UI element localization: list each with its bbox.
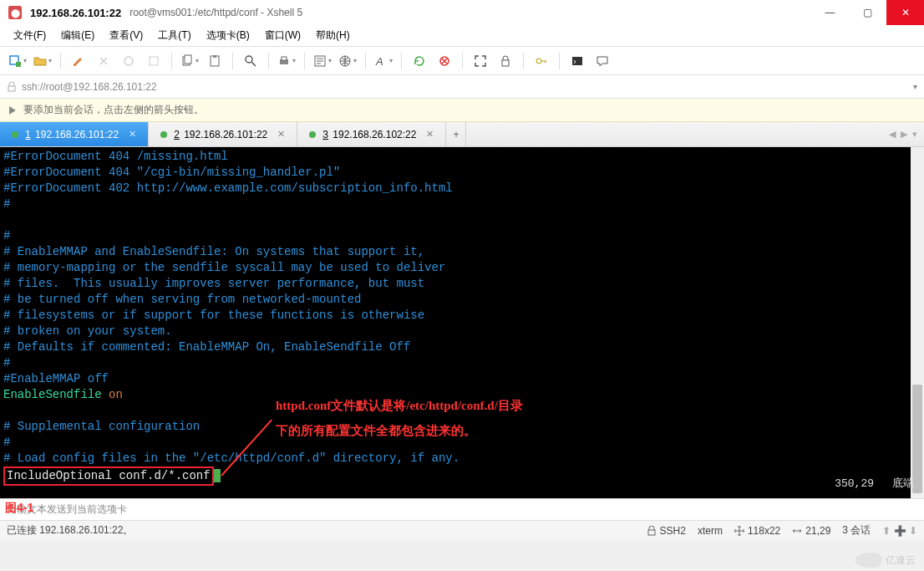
close-button[interactable]: ✕ bbox=[886, 0, 924, 25]
separator bbox=[60, 53, 61, 69]
scrollbar[interactable] bbox=[911, 147, 924, 498]
tab-number: 3 bbox=[322, 129, 328, 140]
tab-label: 192.168.26.102:22 bbox=[333, 129, 416, 140]
infobar: 要添加当前会话，点击左侧的箭头按钮。 bbox=[0, 99, 924, 122]
open-button[interactable] bbox=[32, 50, 53, 72]
tab-close-icon[interactable]: ✕ bbox=[129, 129, 136, 140]
menu-tools[interactable]: 工具(T) bbox=[155, 27, 194, 44]
tab-close-icon[interactable]: ✕ bbox=[426, 129, 434, 140]
edit-button[interactable] bbox=[68, 50, 89, 72]
svg-rect-10 bbox=[282, 57, 287, 60]
address-url[interactable]: ssh://root@192.168.26.101:22 bbox=[22, 81, 157, 93]
tab-2[interactable]: 2 192.168.26.101:22 ✕ bbox=[149, 122, 297, 146]
print-button[interactable] bbox=[276, 50, 297, 72]
status-size: 118x22 bbox=[734, 525, 780, 537]
separator bbox=[268, 53, 269, 69]
tab-label: 192.168.26.101:22 bbox=[35, 129, 119, 140]
svg-point-16 bbox=[536, 59, 541, 64]
separator bbox=[523, 53, 524, 69]
status-sessions: 3 会话 bbox=[842, 523, 871, 538]
svg-rect-17 bbox=[572, 57, 582, 65]
disconnect-button[interactable] bbox=[143, 50, 165, 72]
addressbar: ssh://root@192.168.26.101:22 ▾ bbox=[0, 75, 924, 99]
menu-edit[interactable]: 编辑(E) bbox=[58, 27, 98, 44]
menu-file[interactable]: 文件(F) bbox=[10, 27, 49, 44]
separator bbox=[304, 53, 305, 69]
font-button[interactable]: A bbox=[373, 50, 394, 72]
new-session-button[interactable] bbox=[7, 50, 28, 72]
svg-rect-3 bbox=[150, 57, 158, 65]
lock-icon bbox=[647, 526, 657, 536]
tab-close-icon[interactable]: ✕ bbox=[277, 129, 285, 140]
reconnect-button[interactable] bbox=[118, 50, 140, 72]
svg-point-8 bbox=[246, 56, 252, 63]
tab-nav: ◀ ▶ ▾ bbox=[882, 122, 924, 146]
compose-input[interactable]: 传输文本发送到当前选项卡 图4-1 bbox=[0, 498, 924, 520]
svg-point-2 bbox=[124, 57, 133, 65]
tab-3[interactable]: 3 192.168.26.102:22 ✕ bbox=[297, 122, 446, 146]
menu-tabs[interactable]: 选项卡(B) bbox=[203, 27, 253, 44]
status-connection: 已连接 192.168.26.101:22。 bbox=[7, 523, 133, 538]
find-button[interactable] bbox=[240, 50, 261, 72]
svg-rect-7 bbox=[213, 55, 216, 58]
tab-next-icon[interactable]: ▶ bbox=[901, 129, 907, 140]
separator bbox=[232, 53, 233, 69]
arrow-icon[interactable] bbox=[7, 105, 18, 116]
window-controls: — ▢ ✕ bbox=[811, 0, 924, 25]
statusbar: 已连接 192.168.26.101:22。 SSH2 xterm 118x22… bbox=[0, 520, 924, 540]
status-cursor: 21,29 bbox=[792, 525, 830, 537]
refresh-button[interactable] bbox=[409, 50, 430, 72]
keys-button[interactable] bbox=[531, 50, 552, 72]
svg-rect-5 bbox=[185, 55, 191, 64]
status-dot-icon bbox=[309, 131, 316, 138]
status-dot-icon bbox=[160, 131, 167, 138]
menubar: 文件(F) 编辑(E) 查看(V) 工具(T) 选项卡(B) 窗口(W) 帮助(… bbox=[0, 25, 924, 47]
svg-rect-15 bbox=[502, 60, 509, 66]
title-path: root@vms001:/etc/httpd/conf - Xshell 5 bbox=[129, 7, 302, 18]
tab-number: 2 bbox=[174, 129, 180, 140]
terminal-button[interactable] bbox=[566, 50, 588, 72]
lock-icon bbox=[7, 82, 17, 92]
paste-button[interactable] bbox=[204, 50, 226, 72]
menu-view[interactable]: 查看(V) bbox=[106, 27, 146, 44]
tab-label: 192.168.26.101:22 bbox=[184, 129, 267, 140]
toolbar: A bbox=[0, 47, 924, 75]
app-icon: ⬤ bbox=[8, 6, 22, 19]
cursor-pos-icon bbox=[792, 526, 802, 536]
separator bbox=[365, 53, 366, 69]
separator bbox=[559, 53, 560, 69]
tab-1[interactable]: 1 192.168.26.101:22 ✕ bbox=[0, 122, 149, 146]
terminal[interactable]: #ErrorDocument 404 /missing.html#ErrorDo… bbox=[0, 147, 924, 498]
separator bbox=[462, 53, 463, 69]
fullscreen-button[interactable] bbox=[470, 50, 491, 72]
copy-button[interactable] bbox=[179, 50, 201, 72]
svg-text:A: A bbox=[375, 55, 383, 68]
lock-button[interactable] bbox=[495, 50, 516, 72]
infobar-text: 要添加当前会话，点击左侧的箭头按钮。 bbox=[23, 103, 204, 117]
tab-number: 1 bbox=[25, 129, 31, 140]
bookmark-button[interactable] bbox=[434, 50, 455, 72]
titlebar: ⬤ 192.168.26.101:22 root@vms001:/etc/htt… bbox=[0, 0, 924, 25]
minimize-button[interactable]: — bbox=[811, 0, 849, 25]
separator bbox=[171, 53, 172, 69]
tab-menu-icon[interactable]: ▾ bbox=[912, 129, 917, 140]
svg-rect-1 bbox=[16, 62, 21, 67]
address-expand-icon[interactable]: ▾ bbox=[913, 82, 917, 91]
status-nav[interactable]: ⬆ ➕ ⬇ bbox=[882, 525, 917, 537]
status-term: xterm bbox=[698, 525, 723, 537]
menu-window[interactable]: 窗口(W) bbox=[261, 27, 304, 44]
tabbar: 1 192.168.26.101:22 ✕ 2 192.168.26.101:2… bbox=[0, 122, 924, 147]
maximize-button[interactable]: ▢ bbox=[849, 0, 886, 25]
add-tab-button[interactable]: + bbox=[446, 122, 466, 146]
resize-icon bbox=[734, 526, 744, 536]
language-button[interactable] bbox=[337, 50, 358, 72]
title-ip: 192.168.26.101:22 bbox=[30, 7, 121, 19]
chat-button[interactable] bbox=[591, 50, 613, 72]
properties-button[interactable] bbox=[312, 50, 333, 72]
watermark-text: 亿速云 bbox=[886, 553, 916, 568]
tab-prev-icon[interactable]: ◀ bbox=[889, 129, 896, 140]
status-dot-icon bbox=[12, 131, 18, 138]
menu-help[interactable]: 帮助(H) bbox=[312, 27, 353, 44]
connect-button[interactable] bbox=[93, 50, 114, 72]
svg-rect-18 bbox=[8, 86, 15, 91]
